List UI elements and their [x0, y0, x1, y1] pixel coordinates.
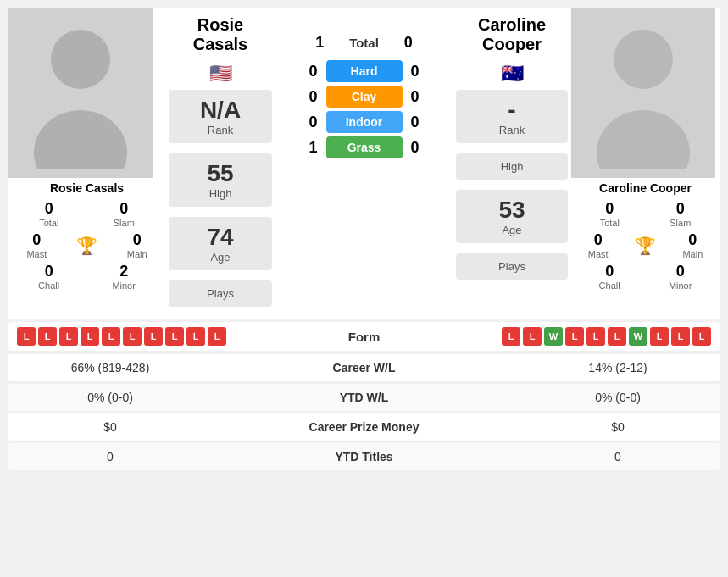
form-badge: L — [208, 327, 226, 346]
form-badge: L — [523, 327, 542, 346]
ytd-wl-label: YTD W/L — [195, 391, 533, 404]
ytd-titles-left: 0 — [25, 450, 195, 463]
career-wl-label: Career W/L — [195, 361, 533, 374]
career-wl-row: 66% (819-428) Career W/L 14% (2-12) — [8, 354, 720, 381]
right-chall-cell: 0 Chall — [599, 263, 620, 291]
right-player-name: Caroline Cooper — [571, 178, 720, 198]
grass-score-left: 1 — [301, 139, 326, 157]
left-plays-box: Plays — [169, 280, 272, 307]
surface-row-hard: 0 Hard 0 — [280, 60, 448, 82]
right-player-photo — [571, 8, 715, 178]
right-stats-row2: 0 Mast 🏆 0 Main — [571, 230, 720, 261]
form-badge: L — [586, 327, 605, 346]
ytd-titles-label: YTD Titles — [195, 450, 533, 463]
left-age-box: 74 Age — [169, 217, 272, 270]
left-flag: 🇺🇸 — [169, 63, 272, 85]
form-badge: L — [81, 327, 99, 346]
right-high-box: High — [456, 153, 568, 180]
left-stats-row2: 0 Mast 🏆 0 Main — [8, 230, 165, 261]
ytd-titles-row: 0 YTD Titles 0 — [8, 443, 720, 470]
form-badge: L — [692, 327, 711, 346]
form-label: Form — [348, 330, 381, 344]
total-label: Total — [349, 36, 379, 50]
grass-badge: Grass — [326, 136, 403, 158]
total-row: 1 Total 0 — [307, 34, 421, 52]
form-badge: L — [502, 327, 520, 346]
right-trophy-icon: 🏆 — [635, 236, 656, 256]
ytd-wl-row: 0% (0-0) YTD W/L 0% (0-0) — [8, 384, 720, 411]
right-plays-box: Plays — [456, 253, 568, 280]
clay-score-left: 0 — [301, 88, 326, 106]
left-stats-row3: 0 Chall 2 Minor — [8, 261, 165, 292]
right-mast-cell: 0 Mast — [588, 231, 609, 259]
ytd-titles-right: 0 — [533, 450, 703, 463]
svg-point-1 — [34, 110, 127, 169]
form-badge: L — [650, 327, 669, 346]
right-stats-row1: 0 Total 0 Slam — [571, 198, 720, 230]
form-badge: L — [123, 327, 142, 346]
prize-money-label: Career Prize Money — [195, 420, 533, 434]
right-total-cell: 0 Total — [600, 200, 620, 228]
form-section: L L L L L L L L L L Form L L W L L L W L… — [8, 322, 720, 351]
right-main-cell: 0 Main — [682, 231, 703, 259]
grass-score-right: 0 — [403, 139, 428, 157]
left-name-header: Rosie Casals — [169, 15, 272, 58]
left-slam-cell: 0 Slam — [114, 200, 135, 228]
right-name-header: Caroline Cooper — [456, 15, 568, 58]
indoor-score-right: 0 — [403, 114, 428, 131]
indoor-score-left: 0 — [301, 114, 326, 131]
career-wl-left: 66% (819-428) — [25, 361, 195, 374]
ytd-wl-right: 0% (0-0) — [533, 391, 703, 404]
form-badge: W — [629, 327, 647, 346]
left-rank-box: N/A Rank — [169, 90, 272, 143]
form-badge: L — [38, 327, 57, 346]
prize-money-row: $0 Career Prize Money $0 — [8, 413, 720, 441]
prize-money-left: $0 — [25, 420, 195, 434]
surface-row-indoor: 0 Indoor 0 — [280, 111, 448, 133]
main-container: Rosie Casals 0 Total 0 Slam 0 Mast 🏆 — [0, 0, 728, 481]
clay-score-right: 0 — [403, 88, 428, 106]
left-main-cell: 0 Main — [127, 231, 147, 259]
center-scores: 1 Total 0 0 Hard 0 0 Clay 0 0 Indoor 0 1 — [275, 8, 453, 319]
hard-score-left: 0 — [301, 63, 326, 80]
form-badge: L — [102, 327, 120, 346]
left-high-box: 55 High — [169, 153, 272, 207]
form-badge: L — [144, 327, 163, 346]
surface-row-grass: 1 Grass 0 — [280, 136, 448, 158]
hard-badge: Hard — [326, 60, 403, 82]
form-badge: L — [608, 327, 626, 346]
right-age-box: 53 Age — [456, 190, 568, 243]
indoor-badge: Indoor — [326, 111, 403, 133]
form-badge: L — [671, 327, 690, 346]
right-form-badges: L L W L L L W L L L — [502, 327, 711, 346]
form-badge: L — [59, 327, 78, 346]
right-stats-panel: Caroline Cooper 🇦🇺 - Rank High 53 Age Pl… — [453, 8, 571, 319]
left-form-badges: L L L L L L L L L L — [17, 327, 226, 346]
left-mast-cell: 0 Mast — [26, 231, 47, 259]
surface-row-clay: 0 Clay 0 — [280, 86, 448, 108]
total-score-left: 1 — [307, 34, 332, 52]
right-flag: 🇦🇺 — [456, 63, 568, 85]
total-score-right: 0 — [396, 34, 421, 52]
clay-badge: Clay — [326, 86, 403, 108]
left-stats-panel: Rosie Casals 🇺🇸 N/A Rank 55 High 74 Age … — [165, 8, 275, 319]
left-trophy-icon: 🏆 — [76, 236, 97, 256]
right-minor-cell: 0 Minor — [669, 263, 692, 291]
form-badge: L — [565, 327, 584, 346]
svg-point-0 — [51, 30, 110, 89]
left-player-name: Rosie Casals — [8, 178, 165, 198]
career-wl-right: 14% (2-12) — [533, 361, 703, 374]
prize-money-right: $0 — [533, 420, 703, 434]
hard-score-right: 0 — [403, 63, 428, 80]
right-stats-row3: 0 Chall 0 Minor — [571, 261, 720, 292]
left-player-section: Rosie Casals 0 Total 0 Slam 0 Mast 🏆 — [8, 8, 165, 319]
left-total-cell: 0 Total — [39, 200, 58, 228]
player-comparison-area: Rosie Casals 0 Total 0 Slam 0 Mast 🏆 — [8, 8, 720, 319]
ytd-wl-left: 0% (0-0) — [25, 391, 195, 404]
right-player-section: Caroline Cooper 0 Total 0 Slam 0 Mast 🏆 — [571, 8, 720, 319]
left-chall-cell: 0 Chall — [38, 263, 59, 291]
svg-point-2 — [614, 30, 673, 89]
svg-point-3 — [597, 110, 690, 169]
left-minor-cell: 2 Minor — [112, 263, 136, 291]
right-slam-cell: 0 Slam — [670, 200, 691, 228]
